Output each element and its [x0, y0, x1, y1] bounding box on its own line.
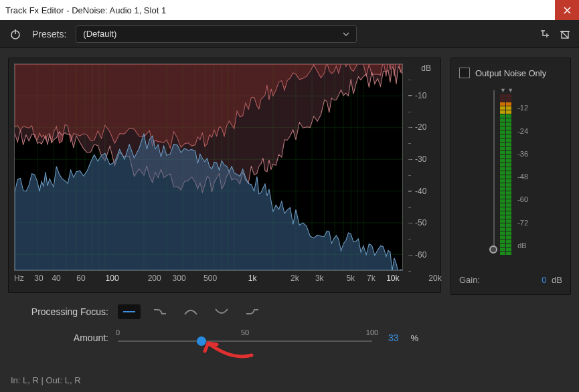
route-icon[interactable]	[539, 28, 551, 40]
db-unit-label: dB	[421, 64, 431, 73]
amount-slider-knob[interactable]	[197, 336, 206, 346]
focus-notch-button[interactable]	[210, 304, 233, 319]
amount-tick-0: 0	[116, 328, 120, 336]
hz-unit-label: Hz	[14, 274, 24, 283]
toolbar: Presets: (Default)	[0, 20, 579, 48]
focus-flat-button[interactable]	[118, 304, 141, 319]
window-title: Track Fx Editor - DeNoise: Audio 1, Slot…	[5, 5, 555, 15]
spectrum-plot[interactable]	[14, 64, 403, 271]
focus-bell-button[interactable]	[179, 304, 202, 319]
power-button[interactable]	[8, 27, 23, 41]
output-noise-only-checkbox[interactable]	[459, 68, 470, 78]
close-button[interactable]	[555, 0, 579, 20]
output-noise-only-label: Output Noise Only	[475, 68, 546, 78]
annotation-arrow	[198, 335, 258, 362]
amount-label: Amount:	[8, 332, 108, 343]
meter-right	[506, 94, 511, 255]
trash-icon[interactable]	[559, 28, 571, 40]
amount-value[interactable]: 33	[388, 332, 399, 343]
amount-unit: %	[411, 333, 419, 343]
gain-slider[interactable]	[493, 90, 495, 250]
output-panel: Output Noise Only ▼ ▼	[450, 58, 571, 295]
y-axis: dB -10-20-30-40-50-60	[403, 64, 435, 271]
meter-peak-indicator: ▼ ▼	[500, 88, 513, 93]
io-status: In: L, R | Out: L, R	[11, 375, 81, 385]
processing-focus-label: Processing Focus:	[8, 306, 108, 317]
amount-tick-50: 50	[241, 328, 249, 336]
gain-label: Gain:	[459, 275, 480, 285]
gain-value[interactable]: 0	[542, 275, 546, 285]
close-icon	[564, 7, 571, 14]
meter-scale: -12-24-36-48-60-72dB	[513, 89, 528, 250]
x-axis: Hz 3040601002003005001k2k3k5k7k10k20k	[14, 274, 435, 290]
processing-focus-group	[118, 304, 264, 319]
gain-unit: dB	[552, 275, 562, 285]
meter-left	[500, 94, 505, 255]
chevron-down-icon	[343, 32, 349, 36]
power-icon	[9, 28, 21, 40]
spectrum-panel: dB -10-20-30-40-50-60 Hz 304060100200300…	[8, 58, 441, 293]
focus-high-shelf-button[interactable]	[241, 304, 264, 319]
presets-label: Presets:	[32, 29, 66, 39]
focus-low-shelf-button[interactable]	[149, 304, 171, 319]
amount-tick-100: 100	[366, 328, 378, 336]
amount-slider[interactable]: 0 50 100	[118, 328, 372, 347]
preset-select[interactable]: (Default)	[76, 25, 357, 43]
gain-slider-knob[interactable]	[489, 246, 497, 254]
preset-value: (Default)	[83, 29, 116, 39]
